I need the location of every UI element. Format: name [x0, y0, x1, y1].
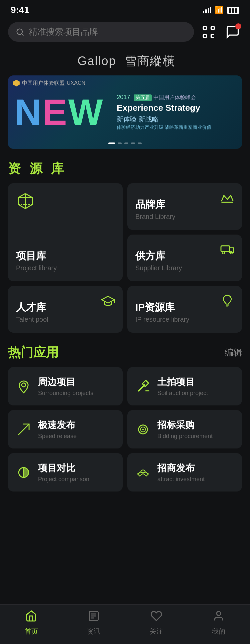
nav-profile-label: 我的 — [212, 627, 225, 636]
bidding-text: 招标采购 Bidding procurement — [157, 419, 213, 440]
banner-left: N E W — [15, 94, 113, 130]
svg-rect-2 — [203, 26, 206, 29]
resource-card-supplier[interactable]: 供方库 Supplier Library — [127, 235, 242, 281]
dot-4 — [131, 142, 135, 144]
hot-apps-header: 热门应用 编辑 — [0, 343, 250, 367]
dot-5 — [138, 142, 142, 144]
compare-text: 项目对比 Project comparison — [38, 462, 89, 483]
ip-resource-en: IP resource library — [135, 316, 234, 323]
auction-icon — [135, 378, 151, 395]
handshake-icon — [135, 464, 151, 481]
svg-point-20 — [22, 383, 26, 387]
banner-year: 2017 — [117, 94, 130, 100]
resource-card-project[interactable]: 项目库 Project library — [8, 183, 123, 281]
search-input[interactable] — [29, 27, 187, 37]
heart-icon — [150, 610, 162, 625]
user-icon — [213, 610, 225, 625]
brand-lib-en: Brand Library — [135, 213, 234, 221]
box-icon — [15, 191, 35, 212]
message-button[interactable] — [223, 23, 242, 41]
nav-profile[interactable]: 我的 — [212, 610, 225, 636]
nav-home[interactable]: 首页 — [25, 610, 38, 636]
status-bar: 9:41 📶 ▮▮▮ — [0, 0, 250, 19]
soilauction-text: 土拍项目 Soil auction project — [157, 376, 208, 397]
surrounding-cn: 周边项目 — [38, 376, 93, 388]
news-icon — [88, 610, 100, 625]
banner-dots — [108, 142, 142, 144]
svg-marker-8 — [13, 80, 20, 86]
edit-button[interactable]: 编辑 — [225, 347, 242, 358]
project-lib-en: Project library — [16, 264, 115, 272]
nav-news[interactable]: 资讯 — [87, 610, 100, 636]
search-bar-row — [0, 19, 250, 45]
resource-card-brand[interactable]: 品牌库 Brand Library — [127, 183, 242, 230]
soilauction-cn: 土拍项目 — [157, 376, 208, 388]
app-card-invest[interactable]: 招商发布 attract investment — [127, 453, 242, 492]
nav-follow-label: 关注 — [150, 627, 163, 636]
compare-en: Project comparison — [38, 476, 89, 483]
bidding-cn: 招标采购 — [157, 419, 213, 431]
svg-point-34 — [217, 612, 221, 616]
soilauction-en: Soil auction project — [157, 390, 208, 397]
banner-desc: 体验经济助力产业升级 战略革新重塑商业价值 — [117, 124, 235, 130]
scan-icon — [201, 25, 216, 39]
app-card-surrounding[interactable]: 周边项目 Surrounding projects — [8, 367, 123, 405]
svg-point-27 — [142, 428, 144, 430]
banner-subtitle: 新体验 新战略 — [117, 115, 235, 124]
svg-rect-4 — [203, 34, 206, 37]
scan-button[interactable] — [199, 23, 218, 41]
speed-en: Speed release — [38, 433, 77, 440]
hot-apps-title: 热门应用 — [8, 344, 59, 361]
project-lib-cn: 项目库 — [16, 249, 115, 263]
app-card-speed[interactable]: 极速发布 Speed release — [8, 410, 123, 448]
banner-tag-chip: 第五届 — [134, 94, 152, 101]
message-badge — [235, 23, 241, 29]
talent-pool-en: Talent pool — [16, 316, 115, 323]
svg-rect-3 — [211, 26, 214, 29]
header-title: Gallop 雪商縱橫 — [0, 45, 250, 75]
app-card-bidding[interactable]: 招标采购 Bidding procurement — [127, 410, 242, 448]
banner-title: Experience Strategy — [117, 102, 235, 114]
letter-e: E — [42, 94, 67, 130]
graduation-icon — [101, 293, 115, 309]
bottom-nav: 首页 资讯 关注 我的 — [0, 604, 250, 644]
banner-event: 中国用户体验峰会 — [153, 94, 196, 100]
nav-follow[interactable]: 关注 — [150, 610, 163, 636]
resource-grid: 项目库 Project library 品牌库 Brand Library — [0, 183, 250, 343]
svg-point-0 — [17, 29, 22, 34]
banner-logo: 中国用户体验联盟 UXACN — [13, 79, 85, 87]
resource-card-ip[interactable]: IP资源库 IP resource library — [127, 286, 242, 333]
brand-name: Gallop 雪商縱橫 — [0, 48, 250, 69]
app-card-soilauction[interactable]: 土拍项目 Soil auction project — [127, 367, 242, 405]
supplier-lib-en: Supplier Library — [135, 264, 234, 272]
letter-n: N — [15, 94, 41, 130]
status-time: 9:41 — [11, 5, 29, 15]
banner-logo-text1: 中国用户体验联盟 — [22, 80, 65, 87]
crown-icon — [220, 191, 235, 207]
bidding-en: Bidding procurement — [157, 433, 213, 440]
surrounding-text: 周边项目 Surrounding projects — [38, 376, 93, 397]
dot-2 — [118, 142, 122, 144]
battery-icon: ▮▮▮ — [227, 7, 239, 14]
banner[interactable]: 中国用户体验联盟 UXACN N E W 2017 第五届 中国用户体验峰会 E… — [8, 75, 242, 149]
ip-resource-cn: IP资源库 — [135, 301, 234, 314]
apps-grid: 周边项目 Surrounding projects 土拍项目 Soil auct… — [0, 367, 250, 502]
home-icon — [25, 610, 37, 625]
compare-cn: 项目对比 — [38, 462, 89, 474]
supplier-lib-cn: 供方库 — [135, 249, 234, 263]
banner-new-text: N E W — [15, 94, 113, 130]
banner-logo-text2: UXACN — [67, 80, 85, 86]
svg-line-24 — [18, 424, 29, 434]
nav-news-label: 资讯 — [87, 627, 100, 636]
resource-card-talent[interactable]: 人才库 Talent pool — [8, 286, 123, 333]
surrounding-en: Surrounding projects — [38, 390, 93, 397]
speed-text: 极速发布 Speed release — [38, 419, 77, 440]
search-input-wrap[interactable] — [8, 22, 194, 42]
status-icons: 📶 ▮▮▮ — [203, 6, 239, 14]
app-card-compare[interactable]: 项目对比 Project comparison — [8, 453, 123, 492]
svg-point-14 — [222, 252, 225, 254]
search-icon — [15, 27, 25, 37]
bulb-icon — [220, 293, 235, 309]
svg-marker-16 — [102, 296, 114, 303]
letter-w: W — [68, 94, 103, 130]
